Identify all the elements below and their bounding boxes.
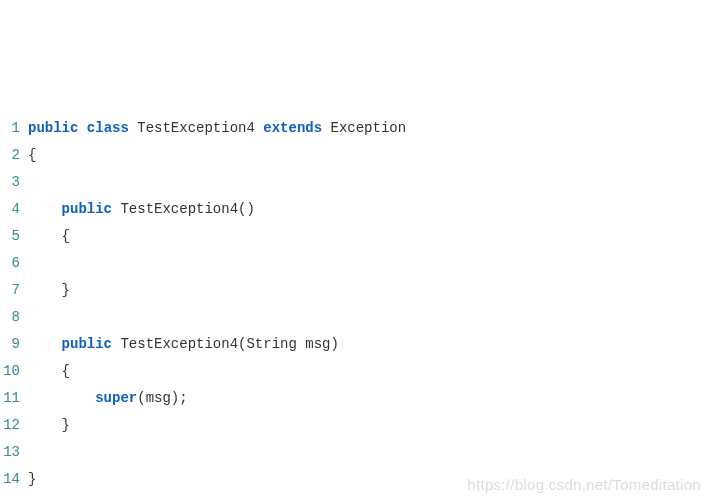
code-line: 8 (0, 304, 719, 331)
line-number: 3 (0, 169, 28, 196)
line-number: 13 (0, 439, 28, 466)
code-content: public TestException4() (28, 196, 255, 223)
code-line: 4 public TestException4() (0, 196, 719, 223)
code-line: 5 { (0, 223, 719, 250)
code-line: 12 } (0, 412, 719, 439)
line-number: 5 (0, 223, 28, 250)
line-number: 6 (0, 250, 28, 277)
line-number: 7 (0, 277, 28, 304)
code-content: } (28, 412, 70, 439)
code-content: super(msg); (28, 385, 188, 412)
code-content: { (28, 358, 70, 385)
code-line: 9 public TestException4(String msg) (0, 331, 719, 358)
line-number: 8 (0, 304, 28, 331)
code-content: } (28, 466, 36, 493)
code-line: 10 { (0, 358, 719, 385)
line-number: 10 (0, 358, 28, 385)
code-content: public class TestException4 extends Exce… (28, 115, 406, 142)
line-number: 9 (0, 331, 28, 358)
code-line: 6 (0, 250, 719, 277)
code-block: 1public class TestException4 extends Exc… (0, 0, 719, 493)
code-content: { (28, 142, 36, 169)
code-line: 2{ (0, 142, 719, 169)
line-number: 1 (0, 115, 28, 142)
code-content: public TestException4(String msg) (28, 331, 339, 358)
line-number: 14 (0, 466, 28, 493)
line-number: 12 (0, 412, 28, 439)
code-line: 11 super(msg); (0, 385, 719, 412)
code-content: { (28, 223, 70, 250)
code-line: 1public class TestException4 extends Exc… (0, 115, 719, 142)
line-number: 11 (0, 385, 28, 412)
line-number: 4 (0, 196, 28, 223)
code-content: } (28, 277, 70, 304)
line-number: 2 (0, 142, 28, 169)
code-line: 3 (0, 169, 719, 196)
code-line: 14} (0, 466, 719, 493)
code-line: 7 } (0, 277, 719, 304)
code-line: 13 (0, 439, 719, 466)
